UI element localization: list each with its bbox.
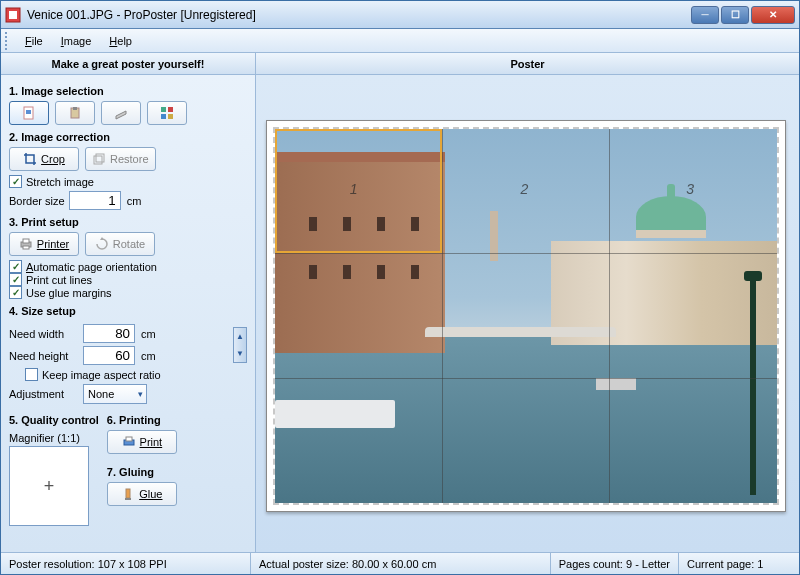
need-height-input[interactable] (83, 346, 135, 365)
paste-button[interactable] (55, 101, 95, 125)
auto-orientation-checkbox[interactable]: Automatic page orientation (9, 260, 247, 273)
menu-help[interactable]: Help (101, 32, 140, 50)
checkbox-icon (9, 286, 22, 299)
stretch-checkbox[interactable]: Stretch image (9, 175, 247, 188)
adjustment-combo[interactable]: None (83, 384, 147, 404)
scanner-button[interactable] (101, 101, 141, 125)
poster-preview-area: 1 2 3 (256, 75, 799, 552)
crop-label: Crop (41, 153, 65, 165)
svg-rect-11 (96, 154, 104, 162)
crop-button[interactable]: Crop (9, 147, 79, 171)
checkbox-icon (9, 273, 22, 286)
checkbox-icon (9, 260, 22, 273)
printer-label: Printer (37, 238, 69, 250)
menu-file[interactable]: File (17, 32, 51, 50)
need-width-label: Need width (9, 328, 79, 340)
maximize-button[interactable]: ☐ (721, 6, 749, 24)
sidebar: 1. Image selection 2. Image correction C… (1, 75, 256, 552)
section-quality-control: 5. Quality control (9, 414, 99, 426)
status-actual-size: Actual poster size: 80.00 x 60.00 cm (251, 553, 551, 574)
need-width-input[interactable] (83, 324, 135, 343)
page-number-3: 3 (686, 181, 694, 197)
status-pages-count: Pages count: 9 - Letter (551, 553, 679, 574)
open-file-button[interactable] (9, 101, 49, 125)
border-size-label: Border size (9, 195, 65, 207)
menubar: File Image Help (1, 29, 799, 53)
poster-frame[interactable]: 1 2 3 (266, 120, 786, 512)
glue-icon (121, 487, 135, 501)
section-gluing: 7. Gluing (107, 466, 177, 478)
magnifier-preview[interactable]: + (9, 446, 89, 526)
spin-down-icon[interactable]: ▼ (234, 345, 246, 362)
printer-icon (19, 237, 33, 251)
app-icon (5, 7, 21, 23)
window-title: Venice 001.JPG - ProPoster [Unregistered… (27, 8, 691, 22)
file-icon (22, 106, 36, 120)
svg-rect-16 (126, 437, 132, 441)
glue-button[interactable]: Glue (107, 482, 177, 506)
rotate-label: Rotate (113, 238, 145, 250)
restore-label: Restore (110, 153, 149, 165)
rotate-button[interactable]: Rotate (85, 232, 155, 256)
window-buttons: ─ ☐ ✕ (691, 6, 795, 24)
checkbox-icon (9, 175, 22, 188)
print-button[interactable]: Print (107, 430, 177, 454)
minimize-button[interactable]: ─ (691, 6, 719, 24)
svg-rect-13 (23, 239, 29, 243)
crop-icon (23, 152, 37, 166)
titlebar: Venice 001.JPG - ProPoster [Unregistered… (1, 1, 799, 29)
section-size-setup: 4. Size setup (9, 305, 247, 317)
need-height-unit: cm (141, 350, 156, 362)
svg-rect-18 (125, 498, 131, 500)
keep-aspect-checkbox[interactable]: Keep image aspect ratio (25, 368, 247, 381)
poster-panel-label: Poster (256, 53, 799, 74)
rotate-icon (95, 237, 109, 251)
restore-icon (92, 152, 106, 166)
svg-rect-5 (73, 107, 77, 110)
svg-rect-8 (161, 114, 166, 119)
app-window: Venice 001.JPG - ProPoster [Unregistered… (0, 0, 800, 575)
print-icon (122, 435, 136, 449)
status-current-page: Current page: 1 (679, 553, 799, 574)
slideshow-button[interactable] (147, 101, 187, 125)
cut-lines-checkbox[interactable]: Print cut lines (9, 273, 247, 286)
status-resolution: Poster resolution: 107 x 108 PPI (1, 553, 251, 574)
poster-grid: 1 2 3 (275, 129, 777, 503)
promo-label: Make a great poster yourself! (1, 53, 256, 74)
selected-page-highlight[interactable] (275, 129, 442, 254)
svg-rect-3 (26, 110, 31, 114)
svg-rect-10 (94, 156, 102, 164)
svg-rect-14 (23, 246, 29, 249)
svg-rect-9 (168, 114, 173, 119)
windows-icon (160, 106, 174, 120)
svg-rect-1 (9, 11, 17, 19)
restore-button[interactable]: Restore (85, 147, 156, 171)
border-size-input[interactable] (69, 191, 121, 210)
menu-image[interactable]: Image (53, 32, 100, 50)
svg-rect-17 (126, 489, 130, 498)
glue-label: Glue (139, 488, 162, 500)
section-image-selection: 1. Image selection (9, 85, 247, 97)
section-print-setup: 3. Print setup (9, 216, 247, 228)
section-image-correction: 2. Image correction (9, 131, 247, 143)
glue-margins-checkbox[interactable]: Use glue margins (9, 286, 247, 299)
need-height-label: Need height (9, 350, 79, 362)
statusbar: Poster resolution: 107 x 108 PPI Actual … (1, 552, 799, 574)
page-number-2: 2 (520, 181, 528, 197)
close-button[interactable]: ✕ (751, 6, 795, 24)
toolstrip: Make a great poster yourself! Poster (1, 53, 799, 75)
content-area: 1. Image selection 2. Image correction C… (1, 75, 799, 552)
spin-up-icon[interactable]: ▲ (234, 328, 246, 345)
section-printing: 6. Printing (107, 414, 177, 426)
clipboard-icon (68, 106, 82, 120)
adjustment-label: Adjustment (9, 388, 79, 400)
printer-button[interactable]: Printer (9, 232, 79, 256)
magnifier-label: Magnifier (1:1) (9, 432, 99, 444)
svg-rect-7 (168, 107, 173, 112)
checkbox-icon (25, 368, 38, 381)
need-width-unit: cm (141, 328, 156, 340)
menu-grip (5, 32, 11, 50)
size-spinner[interactable]: ▲▼ (233, 327, 247, 363)
border-unit: cm (127, 195, 142, 207)
svg-rect-6 (161, 107, 166, 112)
